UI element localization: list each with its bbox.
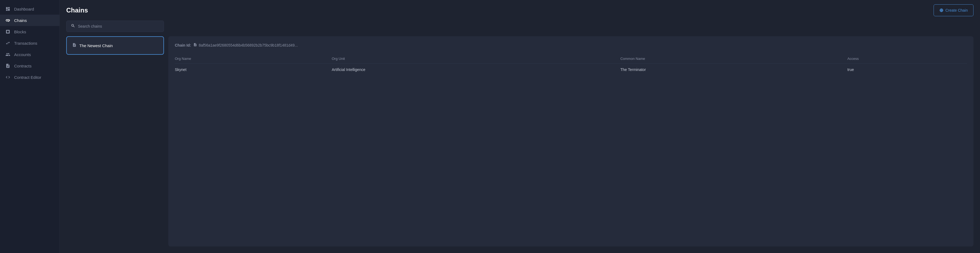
sidebar: Dashboard Chains Blocks Transactions Acc… (0, 0, 60, 253)
create-chain-button-label: Create Chain (945, 8, 968, 13)
cell-access: true (847, 64, 967, 76)
table-row: Skynet Artificial Intelligence The Termi… (175, 64, 967, 76)
create-chain-button[interactable]: ⊕ Create Chain (934, 4, 974, 16)
sidebar-item-dashboard-label: Dashboard (14, 7, 34, 11)
chain-id-value: 8af56a1ae9f2680554d6b4b56892b2b75bc9b18f… (193, 43, 298, 47)
col-header-access: Access (847, 54, 967, 64)
search-bar[interactable] (66, 21, 164, 32)
contracts-icon (5, 63, 10, 68)
detail-panel: Chain Id: 8af56a1ae9f2680554d6b4b56892b2… (168, 36, 974, 247)
cell-org-unit: Artificial Intelligence (332, 64, 620, 76)
chain-id-text: 8af56a1ae9f2680554d6b4b56892b2b75bc9b18f… (199, 43, 298, 47)
dashboard-icon (5, 6, 10, 11)
chain-list: The Newest Chain (66, 36, 164, 247)
search-bar-wrapper (60, 21, 980, 36)
col-header-common-name: Common Name (620, 54, 847, 64)
sidebar-item-accounts-label: Accounts (14, 52, 31, 57)
col-header-org-name: Org Name (175, 54, 332, 64)
sidebar-item-blocks[interactable]: Blocks (0, 26, 59, 37)
sidebar-item-dashboard[interactable]: Dashboard (0, 3, 59, 15)
create-chain-plus-icon: ⊕ (939, 7, 943, 13)
sidebar-item-chains[interactable]: Chains (0, 15, 59, 26)
sidebar-item-contract-editor-label: Contract Editor (14, 75, 41, 80)
transactions-icon (5, 41, 10, 46)
chain-card-icon (72, 43, 76, 48)
sidebar-item-blocks-label: Blocks (14, 30, 26, 34)
chain-card-name: The Newest Chain (79, 43, 113, 48)
sidebar-item-transactions[interactable]: Transactions (0, 37, 59, 49)
col-header-org-unit: Org Unit (332, 54, 620, 64)
content-area: The Newest Chain Chain Id: 8af56a1ae9f26… (60, 36, 980, 253)
contract-editor-icon (5, 75, 10, 80)
main-content: Chains ⊕ Create Chain The Newest Chain (60, 0, 980, 253)
blocks-icon (5, 29, 10, 34)
cell-org-name: Skynet (175, 64, 332, 76)
sidebar-item-contract-editor[interactable]: Contract Editor (0, 71, 59, 83)
detail-table: Org Name Org Unit Common Name Access Sky… (175, 54, 967, 76)
sidebar-item-accounts[interactable]: Accounts (0, 49, 59, 60)
search-icon (71, 24, 75, 29)
sidebar-item-contracts[interactable]: Contracts (0, 60, 59, 71)
main-header: Chains ⊕ Create Chain (60, 0, 980, 21)
sidebar-item-transactions-label: Transactions (14, 41, 37, 46)
chain-card[interactable]: The Newest Chain (66, 36, 164, 55)
chain-id-row: Chain Id: 8af56a1ae9f2680554d6b4b56892b2… (175, 43, 967, 47)
chain-id-label: Chain Id: (175, 43, 191, 47)
page-title: Chains (66, 6, 88, 14)
search-input[interactable] (78, 24, 159, 28)
sidebar-item-contracts-label: Contracts (14, 64, 32, 68)
table-header-row: Org Name Org Unit Common Name Access (175, 54, 967, 64)
chain-id-file-icon (193, 43, 197, 47)
sidebar-item-chains-label: Chains (14, 18, 27, 23)
chains-icon (5, 18, 10, 23)
accounts-icon (5, 52, 10, 57)
cell-common-name: The Terminator (620, 64, 847, 76)
